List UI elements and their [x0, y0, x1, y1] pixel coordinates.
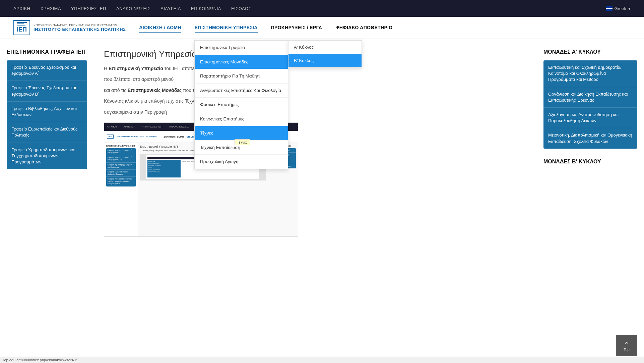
- right-sidebar-title2: ΜΟΝΑΔΕΣ Β' ΚΥΚΛΟΥ: [543, 159, 637, 165]
- dropdown-item-4[interactable]: Φυσικές Επιστήμες: [195, 98, 288, 112]
- language-selector[interactable]: Greek ▾: [606, 6, 631, 11]
- language-label: Greek: [615, 6, 626, 11]
- sidebar-link-2[interactable]: Γραφείο Βιβλιοθήκης, Αρχείων και Εκδόσεω…: [7, 102, 87, 122]
- preview-nav-anakoinoseis: ΑΝΑΚΟΙΝΩΣΕΙΣ: [169, 125, 189, 128]
- left-sidebar-title: ΕΠΙΣΤΗΜΟΝΙΚΑ ΓΡΑΦΕΙΑ ΙΕΠ: [7, 49, 87, 55]
- dropdown-item-0[interactable]: Επιστημονικά Γραφεία: [195, 41, 288, 55]
- sidebar-link-3[interactable]: Γραφείο Ευρωπαϊκής και Διεθνούς Πολιτική…: [7, 122, 87, 143]
- page-body: ΕΠΙΣΤΗΜΟΝΙΚΑ ΓΡΑΦΕΙΑ ΙΕΠ Γραφείο Έρευνας…: [0, 39, 644, 307]
- right-sidebar: ΜΟΝΑΔΕΣ Α' ΚΥΚΛΟΥ Εκπαιδευτική και Σχολι…: [537, 39, 644, 307]
- preview-sidebar: ΕΠΙΣΤΗΜΟΝΙΚΑ ΓΡΑΦΕΙΑ ΙΕΠ Γραφείο Έρευνας…: [104, 143, 138, 236]
- preview-nav-ypiresias: ΥΠΗΡΕΣΙΕΣ ΙΕΠ: [142, 125, 163, 128]
- preview-nav-archiki: ΑΡΧΙΚΗ: [107, 125, 117, 128]
- content-intro5: συγκεκριμένα στην Περιγραφή: [104, 108, 527, 116]
- logo-line-3: [17, 25, 25, 25]
- header-nav-epistimoni[interactable]: ΕΠΙΣΤΗΜΟΝΙΚΗ ΥΠΗΡΕΣΙΑ: [195, 23, 258, 33]
- preview-sidebar-link-5: Γραφείο Χρηματοδοτούμενων και Συγχρηματο…: [106, 177, 136, 186]
- dropdown-menu[interactable]: Επιστημονικά Γραφεία Επιστημονικές Μονάδ…: [194, 40, 288, 169]
- top-nav-links: ΑΡΧΙΚΗ ΧΡΗΣΙΜΑ ΥΠΗΡΕΣΙΕΣ ΙΕΠ ΑΝΑΚΟΙΝΩΣΕΙ…: [13, 6, 251, 11]
- right-sidebar-links1: Εκπαιδευτική και Σχολική Δημοκρατία/Καιν…: [543, 60, 637, 149]
- header-nav-dioikisi[interactable]: ΔΙΟΙΚΗΣΗ / ΔΟΜΗ: [139, 23, 181, 33]
- nav-link-xrisima[interactable]: ΧΡΗΣΙΜΑ: [41, 6, 61, 11]
- left-sidebar-links: Γραφείο Έρευνας Σχεδιασμού και εφαρμογών…: [7, 60, 87, 169]
- preview-hdr-dioikisi: ΔΙΟΙΚΗΣΗ / ΔΟΜΗ: [164, 136, 184, 138]
- preview-inner-sidebar-l2: Κοινωνικές Επιστήμες: [148, 165, 180, 166]
- dropdown-item-2[interactable]: Παρατηρητήριο Για Τη Μαθητι: [195, 69, 288, 84]
- header-nav-prokiryxeis[interactable]: ΠΡΟΚΗΡΥΞΕΙΣ / ΕΡΓΑ: [271, 23, 322, 33]
- header-nav-psifiako[interactable]: ΨΗΦΙΑΚΟ ΑΠΟΘΕΤΗΡΙΟ: [335, 23, 392, 33]
- logo-subtitle: ΥΠΟΥΡΓΕΙΟ ΠΑΙΔΕΙΑΣ, ΕΡΕΥΝΑΣ ΚΑΙ ΘΡΗΣΚΕΥΜ…: [34, 23, 126, 27]
- preview-sidebar-link-2: Γραφείο Έρευνας Σχεδιασμού και εφαρμογών…: [106, 155, 136, 162]
- preview-sidebar-link-1: Γραφείο Έρευνας Σχεδιασμού και εφαρμογών…: [106, 148, 136, 155]
- sub-dropdown-menu[interactable]: Α' Κύκλος Β' Κύκλος: [288, 40, 362, 67]
- header-nav: ΔΙΟΙΚΗΣΗ / ΔΟΜΗ ΕΠΙΣΤΗΜΟΝΙΚΗ ΥΠΗΡΕΣΙΑ ΠΡ…: [139, 23, 392, 33]
- logo-line-2: [17, 23, 24, 24]
- nav-link-epikoinonia[interactable]: ΕΠΙΚΟΙΝΩΝΙΑ: [191, 6, 221, 11]
- right-link-2[interactable]: Οργάνωση και Διοίκηση Εκπαίδευσης και Εκ…: [543, 87, 637, 108]
- chevron-down-icon: ▾: [628, 6, 631, 11]
- sub-dropdown-item-0[interactable]: Α' Κύκλος: [288, 41, 362, 54]
- preview-sidebar-link-4: Γραφείο Ευρωπαϊκής και Διεθνούς Πολιτική…: [106, 170, 136, 177]
- preview-inner-sidebar-l1: Φυσικές Επιστήμες: [148, 163, 180, 164]
- preview-inner-sidebar-l3: Τέχνες: [148, 167, 180, 168]
- right-link-3[interactable]: Αξιολόγηση και Ανατροφοδότηση και Παρακο…: [543, 108, 637, 128]
- logo-area: ΙΕΠ ΥΠΟΥΡΓΕΙΟ ΠΑΙΔΕΙΑΣ, ΕΡΕΥΝΑΣ ΚΑΙ ΘΡΗΣ…: [13, 20, 126, 35]
- logo-title: ΙΝΣΤΙΤΟΥΤΟ ΕΚΠΑΙΔΕΥΤΙΚΗΣ ΠΟΛΙΤΙΚΗΣ: [34, 27, 126, 32]
- sidebar-link-1[interactable]: Γραφείο Έρευνας Σχεδιασμού και εφαρμογών…: [7, 81, 87, 101]
- preview-inner-sidebar-l4: Τεχνική Εκπαίδευση: [148, 169, 180, 170]
- dropdown-item-8[interactable]: Προσχολική Αγωγή: [195, 155, 288, 169]
- main-content: Επιστημονική Υπηρεσία Ι Η Επιστημονική Υ…: [94, 39, 537, 307]
- preview-inner-sidebar-l5: Προσχολική Αγωγή: [148, 171, 180, 172]
- dropdown-item-3[interactable]: Ανθρωπιστικές Επιστήμες Και Φιλολογία: [195, 84, 288, 98]
- nav-link-ypiresias[interactable]: ΥΠΗΡΕΣΙΕΣ ΙΕΠ: [71, 6, 106, 11]
- content-bold-2: Επιστημονικές Μονάδες: [128, 88, 182, 93]
- logo-line-1: [17, 22, 27, 23]
- dropdown-item-5[interactable]: Κοινωνικές Επιστήμες: [195, 112, 288, 126]
- nav-link-anakoinoseis[interactable]: ΑΝΑΚΟΙΝΩΣΕΙΣ: [116, 6, 150, 11]
- preview-nav-xrisima: ΧΡΗΣΙΜΑ: [123, 125, 135, 128]
- nav-link-eisodos[interactable]: ΕΙΣΟΔΟΣ: [231, 6, 251, 11]
- preview-sidebar-title: ΕΠΙΣΤΗΜΟΝΙΚΑ ΓΡΑΦΕΙΑ ΙΕΠ: [106, 145, 136, 147]
- content-intro2: που βλέπεται στο αριστερό μενού: [104, 75, 527, 83]
- top-nav-bar: ΑΡΧΙΚΗ ΧΡΗΣΙΜΑ ΥΠΗΡΕΣΙΕΣ ΙΕΠ ΑΝΑΚΟΙΝΩΣΕΙ…: [0, 0, 644, 17]
- content-intro3: και από τις Επιστημονικές Μονάδες που π: [104, 87, 527, 94]
- sidebar-link-0[interactable]: Γραφείο Έρευνας Σχεδιασμού και εφαρμογών…: [7, 60, 87, 81]
- logo-lines: [17, 22, 27, 25]
- left-sidebar: ΕΠΙΣΤΗΜΟΝΙΚΑ ΓΡΑΦΕΙΑ ΙΕΠ Γραφείο Έρευνας…: [0, 39, 94, 307]
- right-link-1[interactable]: Εκπαιδευτική και Σχολική Δημοκρατία/Καιν…: [543, 60, 637, 87]
- content-bold-1: Επιστημονική Υπηρεσία: [109, 66, 163, 71]
- content-title-text: Επιστημονική Υπηρεσία Ι: [104, 49, 202, 59]
- right-link-4[interactable]: Μειονοτική, Διαπολιτισμική και Ομογενεια…: [543, 128, 637, 148]
- logo-abbr: ΙΕΠ: [17, 26, 27, 33]
- dropdown-item-7[interactable]: Τεχνική Εκπαίδευση: [195, 141, 288, 155]
- preview-inner-sidebar: ΦΙΛΟΛΟΓΙΑ Φυσικές Επιστήμες Κοινωνικές Ε…: [147, 160, 181, 177]
- preview-sidebar-link-3: Γραφείο Βιβλιοθήκης, Αρχείων και Εκδόσεω…: [106, 163, 136, 170]
- nav-link-archiki[interactable]: ΑΡΧΙΚΗ: [13, 6, 30, 11]
- right-sidebar-title1: ΜΟΝΑΔΕΣ Α' ΚΥΚΛΟΥ: [543, 49, 637, 55]
- preview-inner-sidebar-t: ΦΙΛΟΛΟΓΙΑ: [148, 161, 180, 162]
- dropdown-item-1[interactable]: Επιστημονικές Μονάδες: [195, 55, 288, 69]
- content-intro4: Κάνοντας κλικ σε μία επιλογή π.χ. στις Τ…: [104, 97, 527, 105]
- greek-flag-icon: [606, 6, 613, 11]
- logo-box: ΙΕΠ: [13, 20, 30, 35]
- preview-logo-text: ΙΝΣΤΙΤΟΥΤΟ ΕΚΠΑΙΔΕΥΤΙΚΗΣ ΠΟΛΙΤΙΚΗΣ: [117, 136, 157, 138]
- preview-logo: ΙΕΠ: [107, 135, 114, 139]
- sidebar-link-4[interactable]: Γραφείο Χρηματοδοτούμενων και Συγχρηματο…: [7, 143, 87, 169]
- nav-link-diavgeia[interactable]: ΔΙΑΥΓΕΙΑ: [160, 6, 181, 11]
- dropdown-item-6[interactable]: Τέχνες: [195, 126, 288, 141]
- sub-dropdown-item-1[interactable]: Β' Κύκλος: [288, 54, 362, 67]
- main-header: ΙΕΠ ΥΠΟΥΡΓΕΙΟ ΠΑΙΔΕΙΑΣ, ΕΡΕΥΝΑΣ ΚΑΙ ΘΡΗΣ…: [0, 17, 644, 39]
- logo-text-area: ΥΠΟΥΡΓΕΙΟ ΠΑΙΔΕΙΑΣ, ΕΡΕΥΝΑΣ ΚΑΙ ΘΡΗΣΚΕΥΜ…: [34, 23, 126, 32]
- preview-sidebar-links: Γραφείο Έρευνας Σχεδιασμού και εφαρμογών…: [106, 148, 136, 187]
